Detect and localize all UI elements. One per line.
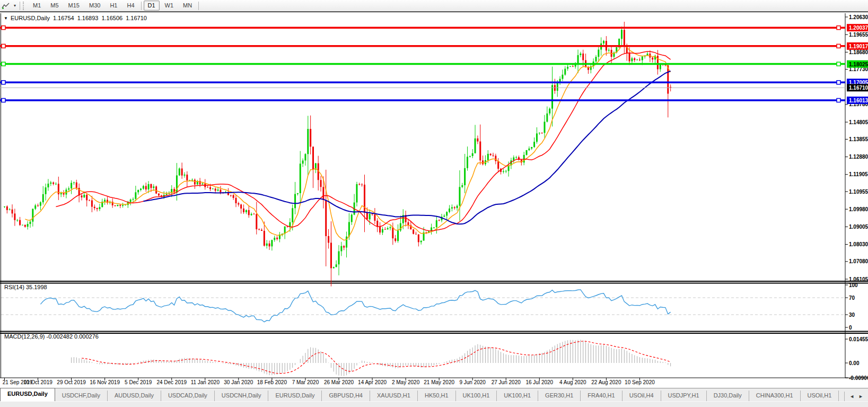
toolbar-separator — [20, 2, 20, 10]
tab-6-gbpusd-h4[interactable]: GBPUSD,H4 — [322, 391, 370, 401]
toolbar-grip[interactable] — [23, 2, 26, 10]
svg-text:7 Mar 2020: 7 Mar 2020 — [292, 379, 319, 385]
tab-5-eurusd-daily[interactable]: EURUSD,Daily — [268, 391, 322, 401]
svg-text:24 Dec 2019: 24 Dec 2019 — [156, 379, 187, 385]
svg-text:11 Jan 2020: 11 Jan 2020 — [191, 379, 220, 385]
tab-11-ger30-h1[interactable]: GER30,H1 — [538, 391, 581, 401]
macd-indicator-label: MACD(12,26,9) -0.002482 0.000276 — [4, 333, 99, 340]
status-strip — [0, 401, 868, 407]
chart-symbol: EURUSD,Daily — [11, 15, 50, 21]
timeframe-button-mn[interactable]: MN — [179, 1, 196, 11]
tab-3-usdcad-daily[interactable]: USDCAD,Daily — [161, 391, 215, 401]
svg-text:1.09980: 1.09980 — [849, 206, 868, 212]
svg-text:10 Oct 2019: 10 Oct 2019 — [23, 379, 52, 385]
tab-scroll-arrows: ◄ ► — [844, 392, 868, 401]
symbol-tabbar: EURUSD,DailyUSDCHF,DailyAUDUSD,DailyUSDC… — [0, 388, 868, 401]
timeframe-button-m15[interactable]: M15 — [64, 1, 84, 11]
tab-17-usoil-h1[interactable]: USOil,H1 — [801, 391, 839, 401]
svg-text:1.11905: 1.11905 — [849, 171, 868, 177]
svg-text:16 Jul 2020: 16 Jul 2020 — [525, 379, 553, 385]
tab-13-usoil-h4[interactable]: USOil,H4 — [622, 391, 661, 401]
svg-text:2 May 2020: 2 May 2020 — [392, 379, 420, 385]
ohlc-high: 1.16893 — [77, 15, 99, 21]
chart-tools-dropdown[interactable]: ▾ — [12, 1, 18, 11]
chart-line-icon — [2, 2, 10, 10]
tab-9-uk100-h1[interactable]: UK100,H1 — [456, 391, 497, 401]
svg-text:-0.009003: -0.009003 — [849, 375, 868, 381]
tab-4-usdcnh-daily[interactable]: USDCNH,Daily — [215, 391, 269, 401]
tab-14-usdjpy-h1[interactable]: USDJPY,H1 — [661, 391, 707, 401]
ohlc-close: 1.16710 — [126, 15, 147, 21]
svg-text:70: 70 — [849, 295, 855, 301]
svg-text:1.13855: 1.13855 — [849, 136, 868, 142]
timeframe-button-d1[interactable]: D1 — [144, 1, 160, 11]
chart-window: 1.206301.196551.186801.177301.157801.148… — [0, 12, 868, 388]
tab-8-hk50-h1[interactable]: HK50,H1 — [418, 391, 456, 401]
svg-text:1.19655: 1.19655 — [849, 32, 868, 38]
tab-2-audusd-daily[interactable]: AUDUSD,Daily — [108, 391, 161, 401]
svg-text:100: 100 — [849, 282, 858, 288]
timeframe-button-w1[interactable]: W1 — [161, 1, 178, 11]
tab-1-usdchf-daily[interactable]: USDCHF,Daily — [55, 391, 108, 401]
svg-text:5 Dec 2019: 5 Dec 2019 — [125, 379, 152, 385]
svg-text:1.20037: 1.20037 — [849, 25, 868, 31]
timeframe-button-m30[interactable]: M30 — [85, 1, 104, 11]
tab-12-fra40-h1[interactable]: FRA40,H1 — [581, 391, 622, 401]
svg-text:1.20630: 1.20630 — [849, 14, 868, 20]
tab-scroll-right-icon[interactable]: ► — [858, 394, 863, 399]
svg-text:21 May 2020: 21 May 2020 — [424, 379, 454, 385]
mt4-terminal: { "toolbar": { "dropdown_caret": "▾", "t… — [0, 0, 868, 407]
svg-text:18 Feb 2020: 18 Feb 2020 — [257, 379, 287, 385]
svg-text:1.07080: 1.07080 — [849, 258, 868, 264]
svg-text:1.18680: 1.18680 — [849, 49, 868, 55]
svg-text:1.06105: 1.06105 — [849, 276, 868, 282]
tab-16-china300-h1[interactable]: CHINA300,H1 — [749, 391, 801, 401]
svg-text:1.18025: 1.18025 — [849, 62, 868, 67]
svg-text:30: 30 — [849, 312, 855, 318]
svg-text:1.10955: 1.10955 — [849, 189, 868, 195]
svg-text:9 Jun 2020: 9 Jun 2020 — [459, 379, 486, 385]
chart-canvas[interactable]: 1.206301.196551.186801.177301.157801.148… — [0, 12, 868, 388]
toolbar-separator — [141, 2, 142, 10]
ohlc-open: 1.16754 — [53, 15, 74, 21]
chart-title: ▼EURUSD,Daily1.167541.168931.165061.1671… — [4, 15, 147, 21]
svg-text:1.12880: 1.12880 — [849, 154, 868, 160]
svg-text:1.16013: 1.16013 — [849, 98, 868, 103]
timeframe-button-m1[interactable]: M1 — [29, 1, 45, 11]
svg-text:1.09005: 1.09005 — [849, 224, 868, 230]
svg-text:22 Aug 2020: 22 Aug 2020 — [591, 379, 621, 385]
tab-7-xauusd-h1[interactable]: XAUUSD,H1 — [370, 391, 418, 401]
collapse-chart-icon[interactable]: ▼ — [4, 16, 8, 21]
svg-text:30 Jan 2020: 30 Jan 2020 — [224, 379, 253, 385]
svg-text:1.19017: 1.19017 — [849, 44, 868, 49]
timeframe-button-h4[interactable]: H4 — [122, 1, 138, 11]
rsi-indicator-label: RSI(14) 35.1998 — [4, 284, 47, 290]
svg-text:0.014556: 0.014556 — [849, 336, 868, 342]
svg-text:14 Apr 2020: 14 Apr 2020 — [358, 379, 387, 385]
tab-15-dj30-daily[interactable]: DJ30,Daily — [707, 391, 749, 401]
timeframe-button-h1[interactable]: H1 — [106, 1, 121, 11]
svg-text:29 Oct 2019: 29 Oct 2019 — [57, 379, 86, 385]
svg-text:1.08030: 1.08030 — [849, 241, 868, 247]
toolbar-separator — [198, 2, 199, 10]
tab-0-eurusd-daily[interactable]: EURUSD,Daily — [0, 388, 55, 402]
chart-tools-button[interactable] — [0, 1, 12, 11]
svg-text:1.16710: 1.16710 — [849, 85, 868, 91]
timeframe-buttons: M1M5M15M30H1H4D1W1MN — [28, 0, 197, 12]
svg-text:1.14805: 1.14805 — [849, 119, 868, 125]
ohlc-low: 1.16506 — [101, 15, 122, 21]
tab-scroll-left-icon[interactable]: ◄ — [849, 394, 854, 399]
svg-text:4 Aug 2020: 4 Aug 2020 — [559, 379, 586, 385]
timeframe-button-m5[interactable]: M5 — [46, 1, 63, 11]
symbol-tabs: EURUSD,DailyUSDCHF,DailyAUDUSD,DailyUSDC… — [0, 388, 839, 401]
svg-text:26 Mar 2020: 26 Mar 2020 — [324, 379, 354, 385]
svg-text:0: 0 — [849, 325, 852, 331]
svg-text:10 Sep 2020: 10 Sep 2020 — [625, 379, 655, 385]
svg-text:16 Nov 2019: 16 Nov 2019 — [90, 379, 120, 385]
svg-text:27 Jun 2020: 27 Jun 2020 — [492, 379, 521, 385]
toolbar: ▾ M1M5M15M30H1H4D1W1MN — [0, 0, 868, 12]
svg-text:0.00: 0.00 — [849, 360, 860, 366]
tab-10-uk100-h1[interactable]: UK100,H1 — [497, 391, 538, 401]
